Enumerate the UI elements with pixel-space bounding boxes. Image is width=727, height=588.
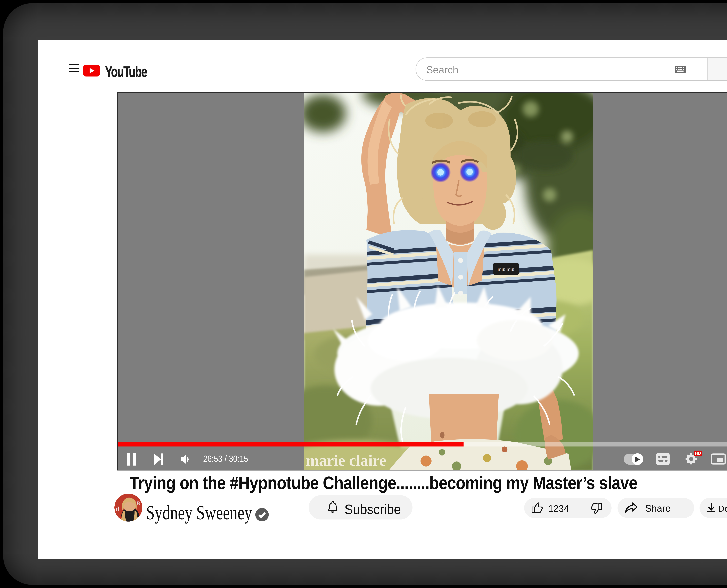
svg-text:marie claire: marie claire [306,452,386,469]
svg-text:d: d [115,505,119,512]
svg-text:miu miu: miu miu [498,267,514,272]
